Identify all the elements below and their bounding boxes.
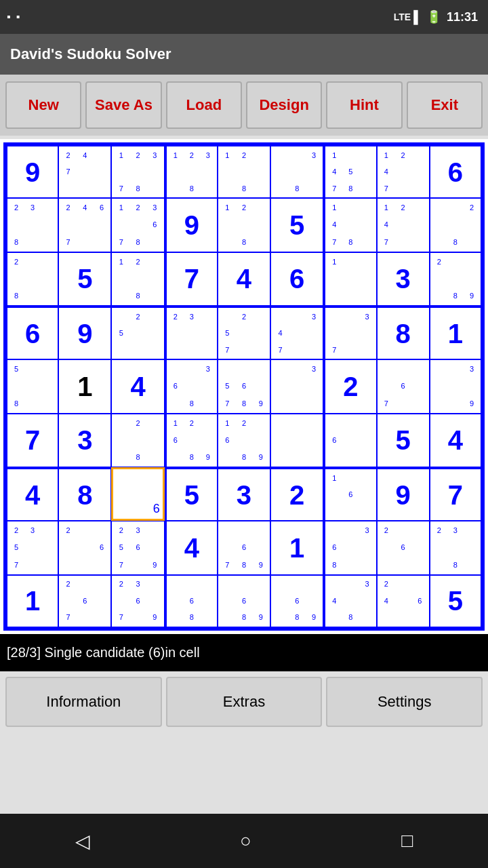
cell-8-1[interactable]: 267 bbox=[58, 575, 111, 629]
cell-7-3[interactable]: 4 bbox=[165, 521, 218, 574]
cell-6-6[interactable]: 16 bbox=[323, 467, 376, 521]
cell-2-4[interactable]: 4 bbox=[218, 252, 270, 306]
cell-0-6[interactable]: 14578 bbox=[323, 144, 376, 198]
cell-4-2[interactable]: 4 bbox=[111, 359, 164, 413]
cell-6-0[interactable]: 4 bbox=[5, 467, 58, 521]
cell-3-0[interactable]: 6 bbox=[5, 306, 58, 359]
hint-button[interactable]: Hint bbox=[326, 81, 402, 129]
cell-5-3[interactable]: 12689 bbox=[165, 414, 218, 467]
cell-2-3[interactable]: 7 bbox=[165, 252, 218, 306]
cell-7-4[interactable]: 6789 bbox=[218, 521, 270, 574]
cell-7-2[interactable]: 235679 bbox=[111, 521, 164, 574]
battery-icon: 🔋 bbox=[426, 9, 441, 24]
cell-8-8[interactable]: 5 bbox=[430, 575, 483, 629]
design-button[interactable]: Design bbox=[246, 81, 322, 129]
cell-0-5[interactable]: 38 bbox=[270, 144, 323, 198]
cell-5-1[interactable]: 3 bbox=[58, 414, 111, 467]
cell-4-1[interactable]: 1 bbox=[58, 359, 111, 413]
cell-1-4[interactable]: 128 bbox=[218, 198, 270, 252]
cell-8-2[interactable]: 23679 bbox=[111, 575, 164, 629]
new-button[interactable]: New bbox=[5, 81, 81, 129]
back-button[interactable]: ◁ bbox=[75, 830, 90, 852]
cell-5-8[interactable]: 4 bbox=[430, 414, 483, 467]
cell-0-8[interactable]: 6 bbox=[430, 144, 483, 198]
cell-4-0[interactable]: 58 bbox=[5, 359, 58, 413]
cell-8-6[interactable]: 348 bbox=[323, 575, 376, 629]
cell-0-3[interactable]: 1238 bbox=[165, 144, 218, 198]
cell-2-6[interactable]: 1 bbox=[323, 252, 376, 306]
status-left-icons: ▪ ▪ bbox=[7, 11, 20, 23]
load-button[interactable]: Load bbox=[166, 81, 242, 129]
exit-button[interactable]: Exit bbox=[407, 81, 483, 129]
cell-6-3[interactable]: 5 bbox=[165, 467, 218, 521]
cell-2-0[interactable]: 28 bbox=[5, 252, 58, 306]
cell-1-8[interactable]: 28 bbox=[430, 198, 483, 252]
cell-3-8[interactable]: 1 bbox=[430, 306, 483, 359]
cell-1-3[interactable]: 9 bbox=[165, 198, 218, 252]
cell-8-4[interactable]: 689 bbox=[218, 575, 270, 629]
cell-0-1[interactable]: 247 bbox=[58, 144, 111, 198]
cell-5-4[interactable]: 12689 bbox=[218, 414, 270, 467]
status-bar: ▪ ▪ LTE ▌ 🔋 11:31 bbox=[0, 0, 488, 34]
cell-5-2[interactable]: 28 bbox=[111, 414, 164, 467]
cell-8-7[interactable]: 246 bbox=[377, 575, 430, 629]
cell-3-3[interactable]: 23 bbox=[165, 306, 218, 359]
cell-8-3[interactable]: 68 bbox=[165, 575, 218, 629]
cell-1-2[interactable]: 123678 bbox=[111, 198, 164, 252]
cell-8-0[interactable]: 1 bbox=[5, 575, 58, 629]
cell-7-8[interactable]: 238 bbox=[430, 521, 483, 574]
cell-4-4[interactable]: 56789 bbox=[218, 359, 270, 413]
network-icon: ▪ bbox=[16, 11, 20, 23]
cell-7-0[interactable]: 2357 bbox=[5, 521, 58, 574]
cell-0-4[interactable]: 128 bbox=[218, 144, 270, 198]
cell-3-1[interactable]: 9 bbox=[58, 306, 111, 359]
cell-6-5[interactable]: 2 bbox=[270, 467, 323, 521]
cell-3-4[interactable]: 257 bbox=[218, 306, 270, 359]
cell-1-1[interactable]: 2467 bbox=[58, 198, 111, 252]
cell-4-6[interactable]: 2 bbox=[323, 359, 376, 413]
cell-5-5[interactable] bbox=[270, 414, 323, 467]
cell-2-5[interactable]: 6 bbox=[270, 252, 323, 306]
cell-6-8[interactable]: 7 bbox=[430, 467, 483, 521]
cell-3-6[interactable]: 37 bbox=[323, 306, 376, 359]
cell-6-2[interactable]: 6 bbox=[111, 467, 164, 521]
recent-button[interactable]: □ bbox=[401, 830, 413, 852]
extras-button[interactable]: Extras bbox=[166, 677, 323, 727]
cell-1-5[interactable]: 5 bbox=[270, 198, 323, 252]
cell-0-7[interactable]: 1247 bbox=[377, 144, 430, 198]
cell-2-8[interactable]: 289 bbox=[430, 252, 483, 306]
cell-5-6[interactable]: 6 bbox=[323, 414, 376, 467]
cell-7-6[interactable]: 368 bbox=[323, 521, 376, 574]
cell-1-7[interactable]: 1247 bbox=[377, 198, 430, 252]
cell-8-5[interactable]: 689 bbox=[270, 575, 323, 629]
cell-3-2[interactable]: 25 bbox=[111, 306, 164, 359]
cell-1-0[interactable]: 238 bbox=[5, 198, 58, 252]
cell-4-7[interactable]: 67 bbox=[377, 359, 430, 413]
signal-icon: ▌ bbox=[413, 10, 422, 24]
cell-7-1[interactable]: 26 bbox=[58, 521, 111, 574]
cell-3-5[interactable]: 347 bbox=[270, 306, 323, 359]
cell-5-7[interactable]: 5 bbox=[377, 414, 430, 467]
cell-0-2[interactable]: 12378 bbox=[111, 144, 164, 198]
cell-6-7[interactable]: 9 bbox=[377, 467, 430, 521]
cell-4-8[interactable]: 39 bbox=[430, 359, 483, 413]
cell-0-0[interactable]: 9 bbox=[5, 144, 58, 198]
settings-button[interactable]: Settings bbox=[326, 677, 483, 727]
save-as-button[interactable]: Save As bbox=[85, 81, 161, 129]
cell-4-5[interactable]: 3 bbox=[270, 359, 323, 413]
cell-2-1[interactable]: 5 bbox=[58, 252, 111, 306]
cell-4-3[interactable]: 368 bbox=[165, 359, 218, 413]
cell-7-7[interactable]: 26 bbox=[377, 521, 430, 574]
cell-6-1[interactable]: 8 bbox=[58, 467, 111, 521]
cell-7-5[interactable]: 1 bbox=[270, 521, 323, 574]
cell-2-7[interactable]: 3 bbox=[377, 252, 430, 306]
cell-1-6[interactable]: 1478 bbox=[323, 198, 376, 252]
cell-3-7[interactable]: 8 bbox=[377, 306, 430, 359]
home-button[interactable]: ○ bbox=[240, 830, 251, 852]
status-message: [28/3] Single candidate (6)in cell bbox=[0, 634, 488, 671]
lte-icon: LTE bbox=[394, 12, 411, 22]
cell-6-4[interactable]: 3 bbox=[218, 467, 270, 521]
information-button[interactable]: Information bbox=[5, 677, 162, 727]
cell-2-2[interactable]: 128 bbox=[111, 252, 164, 306]
cell-5-0[interactable]: 7 bbox=[5, 414, 58, 467]
